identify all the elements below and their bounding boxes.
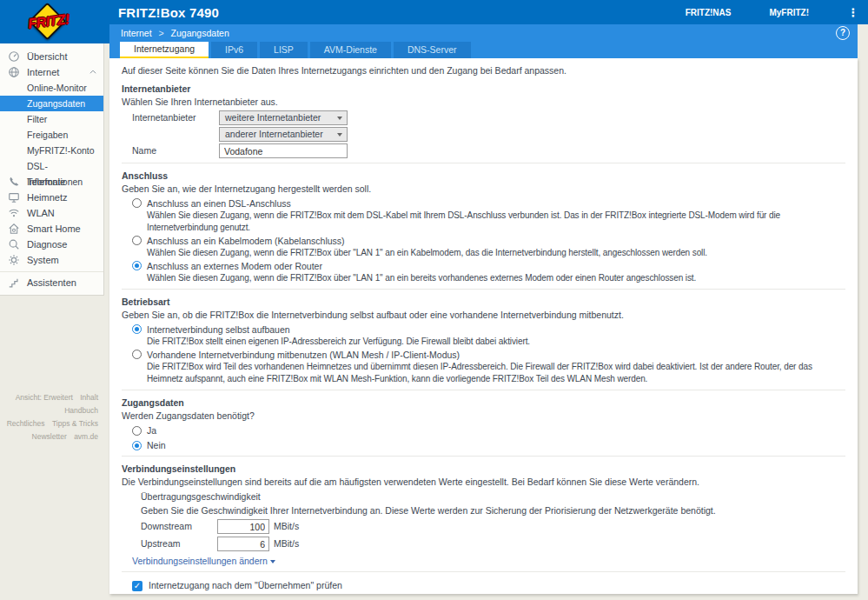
radio-selbst-aufbauen[interactable] — [132, 324, 142, 334]
section-heading-zugangsdaten: Zugangsdaten — [122, 397, 845, 409]
name-label: Name — [132, 145, 219, 157]
upstream-row: Upstream MBit/s — [141, 537, 845, 551]
tab-avm-dienste[interactable]: AVM-Dienste — [310, 42, 391, 58]
speed-label: Übertragungsgeschwindigkeit — [141, 491, 845, 503]
downstream-label: Downstream — [141, 521, 217, 532]
provider-select-2[interactable]: anderer Internetanbieter — [219, 127, 348, 142]
section-heading-verbindungseinstellungen: Verbindungseinstellungen — [122, 463, 845, 475]
phone-icon — [8, 176, 20, 188]
radio-ja[interactable] — [132, 426, 142, 436]
provider-select-1[interactable]: weitere Internetanbieter — [219, 110, 348, 125]
myfritz-link[interactable]: MyFRITZ! — [769, 8, 809, 17]
sidebar-item-myfritz-konto[interactable]: MyFRITZ!-Konto — [0, 143, 103, 158]
section-divider — [122, 390, 845, 390]
radio-option-kabelmodem: Anschluss an ein Kabelmodem (Kabelanschl… — [132, 235, 845, 259]
sidebar-item-diagnose[interactable]: Diagnose — [0, 237, 103, 252]
downstream-unit: MBit/s — [274, 521, 299, 532]
tab-dns-server[interactable]: DNS-Server — [394, 42, 471, 58]
assistant-icon — [8, 277, 20, 289]
section-heading-anschluss: Anschluss — [122, 170, 845, 182]
sidebar: Übersicht Internet Online-Monitor Zugang… — [0, 43, 104, 296]
smart-home-icon — [8, 223, 20, 235]
breadcrumb-page: Zugangsdaten — [171, 28, 229, 38]
sidebar-item-uebersicht[interactable]: Übersicht — [0, 49, 103, 64]
breadcrumb-section[interactable]: Internet — [121, 28, 152, 38]
section-divider — [122, 571, 845, 572]
breadcrumb: Internet > Zugangsdaten — [109, 24, 858, 38]
provider-hint: Wählen Sie Ihren Internetanbieter aus. — [122, 97, 845, 108]
link-tipps-tricks[interactable]: Tipps & Tricks — [52, 419, 98, 428]
sidebar-item-freigaben[interactable]: Freigaben — [0, 127, 103, 143]
three-dot-menu-icon[interactable]: ⋮ — [847, 6, 859, 19]
upstream-input[interactable] — [217, 537, 269, 551]
chevron-down-icon — [337, 133, 342, 137]
section-divider — [122, 289, 845, 290]
settings-hint: Die Verbindungseinstellungen sind bereit… — [122, 477, 845, 488]
chevron-down-icon — [270, 560, 275, 563]
network-icon — [8, 191, 20, 203]
radio-dsl[interactable] — [132, 198, 142, 208]
sidebar-item-filter[interactable]: Filter — [0, 111, 103, 127]
sidebar-item-dsl-informationen[interactable]: DSL-Informationen — [0, 158, 103, 174]
radio-kabelmodem[interactable] — [132, 236, 142, 245]
wifi-icon — [8, 207, 20, 219]
chevron-down-icon — [337, 117, 342, 120]
sidebar-item-system[interactable]: System — [0, 252, 103, 268]
radio-option-mitbenutzen: Vorhandene Internetverbindung mitbenutze… — [132, 349, 845, 385]
radio-option-ja: Ja — [132, 424, 845, 437]
top-links: FRITZ!NAS MyFRITZ! ⋮ — [686, 6, 859, 19]
gear-icon — [8, 254, 20, 266]
main-content: Auf dieser Seite können Sie die Daten Ih… — [109, 58, 858, 594]
radio-nein[interactable] — [132, 441, 142, 450]
radio-option-externes-modem: Anschluss an externes Modem oder Router … — [132, 260, 845, 284]
sidebar-item-online-monitor[interactable]: Online-Monitor — [0, 80, 103, 96]
section-heading-internetanbieter: Internetanbieter — [122, 83, 845, 95]
sidebar-divider — [0, 271, 103, 272]
link-inhalt[interactable]: Inhalt — [80, 393, 98, 402]
verify-checkbox[interactable] — [132, 581, 142, 591]
connection-hint: Geben Sie an, wie der Internetzugang her… — [122, 183, 845, 195]
credentials-question: Werden Zugangsdaten benötigt? — [122, 410, 845, 422]
downstream-row: Downstream MBit/s — [141, 519, 845, 534]
sidebar-item-heimnetz[interactable]: Heimnetz — [0, 190, 103, 205]
section-divider — [122, 163, 845, 163]
link-newsletter[interactable]: Newsletter — [32, 432, 67, 441]
section-heading-betriebsart: Betriebsart — [122, 297, 845, 308]
top-bar: FRITZ!Box 7490 FRITZ!NAS MyFRITZ! ⋮ — [0, 0, 868, 24]
chevron-up-icon — [89, 68, 97, 77]
verify-row: Internetzugang nach dem "Übernehmen" prü… — [132, 580, 845, 591]
sub-header: Internet > Zugangsdaten ? Internetzugang… — [109, 24, 858, 58]
globe-icon — [8, 66, 20, 78]
section-divider — [122, 456, 845, 457]
breadcrumb-separator: > — [159, 28, 164, 38]
change-settings-link[interactable]: Verbindungseinstellungen ändern — [132, 556, 845, 567]
verify-label: Internetzugang nach dem "Übernehmen" prü… — [149, 580, 342, 591]
overview-icon — [8, 50, 20, 63]
link-handbuch[interactable]: Handbuch — [64, 406, 98, 415]
sidebar-item-smart-home[interactable]: Smart Home — [0, 221, 103, 237]
speed-hint: Geben Sie die Geschwindigkeit Ihrer Inte… — [141, 505, 845, 517]
tab-lisp[interactable]: LISP — [260, 42, 308, 58]
help-icon[interactable]: ? — [836, 26, 850, 40]
mode-hint: Geben Sie an, ob die FRITZ!Box die Inter… — [122, 310, 845, 321]
sidebar-footer-links: Ansicht: Erweitert Inhalt Handbuch Recht… — [0, 391, 98, 443]
logo-block: FRITZ! — [0, 0, 109, 43]
sidebar-item-zugangsdaten[interactable]: Zugangsdaten — [0, 96, 103, 111]
upstream-unit: MBit/s — [274, 538, 299, 550]
tab-internetzugang[interactable]: Internetzugang — [120, 42, 209, 58]
link-avm-de[interactable]: avm.de — [74, 432, 98, 441]
provider-name-input[interactable] — [219, 143, 348, 158]
radio-mitbenutzen[interactable] — [132, 350, 142, 359]
sidebar-item-wlan[interactable]: WLAN — [0, 205, 103, 221]
diagnose-icon — [8, 238, 20, 250]
radio-externes-modem[interactable] — [132, 261, 142, 270]
downstream-input[interactable] — [217, 519, 269, 534]
app-title: FRITZ!Box 7490 — [118, 5, 219, 20]
link-rechtliches[interactable]: Rechtliches — [7, 419, 45, 428]
sidebar-item-internet[interactable]: Internet — [0, 64, 103, 80]
sidebar-item-assistenten[interactable]: Assistenten — [0, 275, 103, 290]
link-ansicht-erweitert[interactable]: Ansicht: Erweitert — [16, 393, 73, 402]
tab-ipv6[interactable]: IPv6 — [211, 42, 257, 58]
fritznas-link[interactable]: FRITZ!NAS — [686, 8, 732, 17]
provider-label: Internetanbieter — [132, 112, 219, 123]
